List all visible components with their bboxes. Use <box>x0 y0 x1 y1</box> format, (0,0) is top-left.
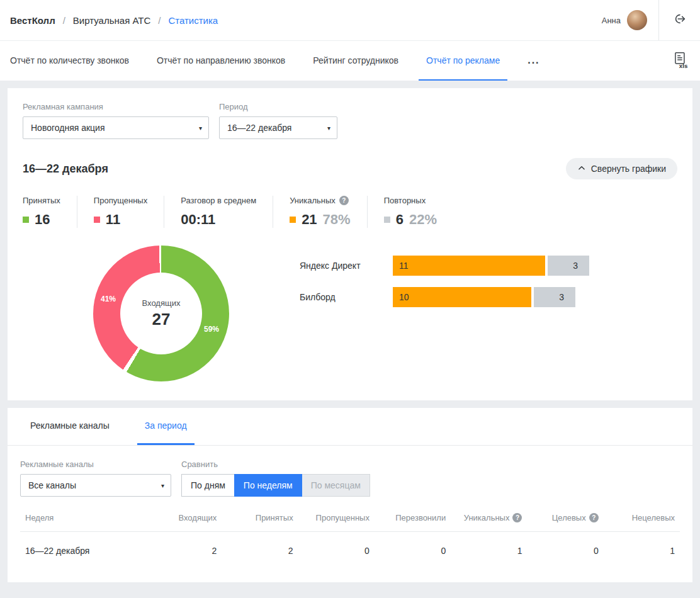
channels-select-value: Все каналы <box>28 480 76 490</box>
tab-call-count-report[interactable]: Отчёт по количеству звонков <box>3 41 137 81</box>
breadcrumb-item-statistics[interactable]: Статистика <box>168 15 218 26</box>
breadcrumb-item-root[interactable]: ВестКолл <box>10 15 55 26</box>
breadcrumb-separator: / <box>158 15 161 26</box>
tab-ad-channels[interactable]: Рекламные каналы <box>23 408 117 445</box>
bar-segment-repeat: 3 <box>534 287 575 307</box>
bar-track: 10 3 <box>393 287 575 307</box>
stat-label: Повторных <box>384 196 437 205</box>
stat-value: 16 <box>35 212 50 228</box>
bar-value: 3 <box>559 292 564 302</box>
compare-by-months-button[interactable]: По месяцам <box>302 474 370 497</box>
xls-file-icon: xls <box>672 51 689 71</box>
bar-segment-unique: 10 <box>393 287 531 307</box>
bar-row: Билборд 10 3 <box>300 287 677 307</box>
campaign-filter-label: Рекламная кампания <box>23 102 209 111</box>
stat-value: 00:11 <box>181 212 215 228</box>
col-untargeted: Нецелевых <box>604 507 680 532</box>
tabs-more-button[interactable]: ... <box>520 41 547 81</box>
user-block[interactable]: Анна <box>602 10 658 30</box>
stat-avg-talk: Разговор в среднем 00:11 <box>164 196 273 228</box>
stat-label: Разговор в среднем <box>181 196 256 205</box>
table-row: 16—22 декабря 2 2 0 0 1 0 1 <box>20 532 680 570</box>
compare-segmented-control: По дням По неделям По месяцам <box>181 474 370 497</box>
tab-by-period[interactable]: За период <box>137 408 195 445</box>
chevron-down-icon: ▾ <box>327 125 330 132</box>
col-unique: Уникальных ? <box>451 507 527 532</box>
channels-filter-label: Рекламные каналы <box>20 460 171 469</box>
report-tabbar: Отчёт по количеству звонков Отчёт по нап… <box>0 40 700 81</box>
cell-called-back: 0 <box>375 532 451 570</box>
period-subtabs: Рекламные каналы За период <box>8 408 692 446</box>
period-filter: Период 16—22 декабря ▾ <box>219 102 337 139</box>
export-xls-button[interactable]: xls <box>661 41 700 81</box>
help-icon[interactable]: ? <box>339 196 349 205</box>
compare-label: Сравнить <box>181 460 370 469</box>
user-name: Анна <box>602 16 621 25</box>
period-select[interactable]: 16—22 декабря ▾ <box>219 116 337 139</box>
avatar[interactable] <box>627 10 647 30</box>
col-missed: Пропущенных <box>298 507 375 532</box>
bar-category-label: Яндекс Директ <box>300 261 393 271</box>
svg-text:xls: xls <box>679 62 687 68</box>
cell-week: 16—22 декабря <box>20 532 145 570</box>
donut-center: Входящих 27 <box>120 273 202 354</box>
help-icon[interactable]: ? <box>589 513 599 522</box>
logout-button[interactable] <box>658 0 700 40</box>
help-icon[interactable]: ? <box>512 513 522 522</box>
donut-center-value: 27 <box>152 310 171 329</box>
period-table: Неделя Входящих Принятых Пропущенных Пер… <box>20 507 680 570</box>
stat-value: 21 <box>302 212 317 228</box>
cell-unique: 1 <box>451 532 527 570</box>
stat-label: Пропущенных <box>94 196 147 205</box>
campaign-select-value: Новогодняя акция <box>31 123 105 133</box>
tab-employee-rating[interactable]: Рейтинг сотрудников <box>305 41 406 81</box>
stat-percent: 78% <box>323 212 351 228</box>
breadcrumb-separator: / <box>63 15 65 26</box>
section-header-row: 16—22 декабря Свернуть графики <box>23 158 677 179</box>
bar-row: Яндекс Директ 11 3 <box>300 256 677 276</box>
period-controls: Рекламные каналы Все каналы ▾ Сравнить П… <box>8 446 692 497</box>
stat-value: 11 <box>106 212 120 228</box>
collapse-charts-label: Свернуть графики <box>591 164 666 174</box>
table-header-row: Неделя Входящих Принятых Пропущенных Пер… <box>20 507 680 532</box>
channels-select[interactable]: Все каналы ▾ <box>20 474 171 497</box>
cell-targeted: 0 <box>527 532 603 570</box>
filters-row: Рекламная кампания Новогодняя акция ▾ Пе… <box>23 102 677 139</box>
ads-report-card: Рекламная кампания Новогодняя акция ▾ Пе… <box>8 88 692 400</box>
compare-by-weeks-button[interactable]: По неделям <box>234 474 302 497</box>
chevron-up-icon <box>577 164 586 174</box>
stats-row: Принятых 16 Пропущенных 11 Разговор в ср… <box>23 196 677 228</box>
period-filter-label: Период <box>219 102 337 111</box>
stat-repeat: Повторных 6 22% <box>367 196 453 228</box>
collapse-charts-button[interactable]: Свернуть графики <box>566 158 677 179</box>
stat-label: Принятых <box>23 196 60 205</box>
compare-by-days-button[interactable]: По дням <box>181 474 235 497</box>
bar-value: 3 <box>573 261 578 271</box>
channels-filter: Рекламные каналы Все каналы ▾ <box>20 460 171 497</box>
cell-incoming: 2 <box>145 532 222 570</box>
period-panel-card: Рекламные каналы За период Рекламные кан… <box>8 408 692 582</box>
breadcrumb-item-pbx[interactable]: Виртуальная АТС <box>73 15 150 26</box>
cell-missed: 0 <box>298 532 375 570</box>
campaign-filter: Рекламная кампания Новогодняя акция ▾ <box>23 102 209 139</box>
bar-chart-area: Яндекс Директ 11 3 Билборд 10 <box>300 245 677 381</box>
donut-chart-area: 59% 41% Входящих 27 <box>23 245 300 381</box>
legend-square-pink <box>94 217 100 223</box>
campaign-select[interactable]: Новогодняя акция ▾ <box>23 116 209 139</box>
donut-center-label: Входящих <box>142 298 181 308</box>
legend-square-green <box>23 217 29 223</box>
legend-square-gray <box>384 217 390 223</box>
top-header: ВестКолл / Виртуальная АТС / Статистика … <box>0 0 700 40</box>
stat-missed: Пропущенных 11 <box>77 196 164 228</box>
tab-ads-report[interactable]: Отчёт по рекламе <box>419 41 507 81</box>
bar-segment-unique: 11 <box>393 256 545 276</box>
stat-value: 6 <box>396 212 404 228</box>
col-targeted: Целевых ? <box>527 507 603 532</box>
tab-call-direction-report[interactable]: Отчёт по направлению звонков <box>149 41 293 81</box>
section-title: 16—22 декабря <box>23 162 108 176</box>
col-incoming: Входящих <box>145 507 222 532</box>
breadcrumb: ВестКолл / Виртуальная АТС / Статистика <box>0 15 218 26</box>
donut-chart: 59% 41% Входящих 27 <box>93 245 229 381</box>
col-called-back: Перезвонили <box>375 507 451 532</box>
chevron-down-icon: ▾ <box>199 125 202 132</box>
